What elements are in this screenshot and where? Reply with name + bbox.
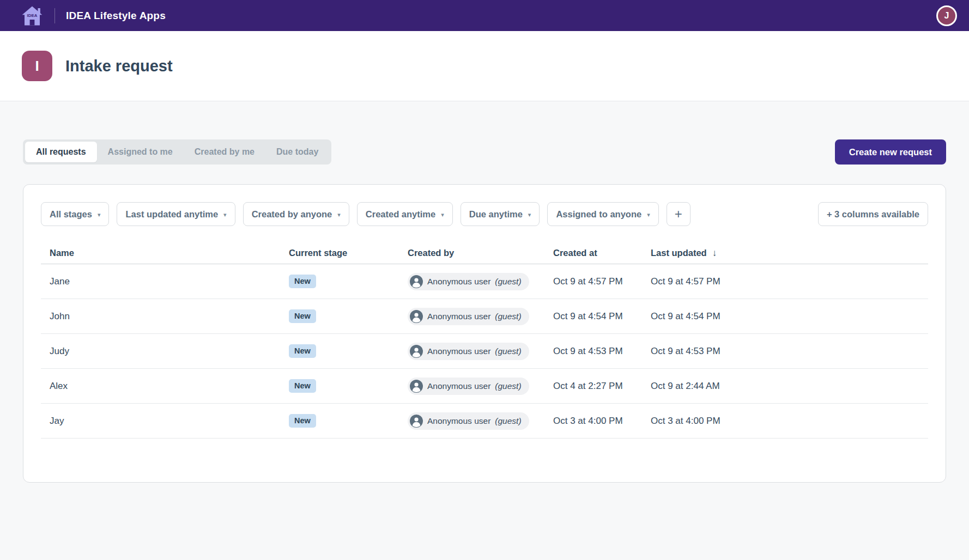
creator-name: Anonymous user <box>427 416 490 426</box>
stage-badge: New <box>289 275 316 288</box>
creator-name: Anonymous user <box>427 312 490 321</box>
cell-created-at: Oct 3 at 4:00 PM <box>544 416 642 427</box>
main-content: All requests Assigned to me Created by m… <box>0 139 969 483</box>
creator-guest-suffix: (guest) <box>495 346 521 356</box>
cell-last-updated: Oct 9 at 4:54 PM <box>642 311 928 322</box>
navbar-left-group: IDEA IDEA Lifestyle Apps <box>21 4 166 27</box>
cell-created-by: Anonymous user (guest) <box>399 378 544 395</box>
chevron-down-icon: ▾ <box>98 211 101 218</box>
table-row[interactable]: Alex New Anonymous user (guest) Oct 4 at… <box>41 369 928 404</box>
requests-card: All stages ▾ Last updated anytime ▾ Crea… <box>23 184 946 483</box>
creator-guest-suffix: (guest) <box>495 381 521 391</box>
stage-badge: New <box>289 379 316 393</box>
create-new-request-button[interactable]: Create new request <box>835 139 946 165</box>
filter-assigned-to[interactable]: Assigned to anyone ▾ <box>547 202 658 226</box>
cell-current-stage: New <box>280 309 399 323</box>
app-icon-letter: I <box>35 58 39 75</box>
cell-created-at: Oct 9 at 4:53 PM <box>544 346 642 357</box>
anonymous-user-icon <box>410 415 423 428</box>
column-header-current-stage[interactable]: Current stage <box>280 248 399 258</box>
filter-last-updated[interactable]: Last updated anytime ▾ <box>117 202 235 226</box>
top-navbar: IDEA IDEA Lifestyle Apps J <box>0 0 969 31</box>
cell-name: Judy <box>41 346 280 357</box>
app-title: IDEA Lifestyle Apps <box>66 10 166 22</box>
anonymous-user-icon <box>410 380 423 393</box>
cell-last-updated: Oct 9 at 4:53 PM <box>642 346 928 357</box>
home-logo-icon[interactable]: IDEA <box>21 4 44 27</box>
cell-current-stage: New <box>280 344 399 358</box>
creator-name: Anonymous user <box>427 277 490 287</box>
cell-last-updated: Oct 9 at 4:57 PM <box>642 276 928 287</box>
creator-pill: Anonymous user (guest) <box>408 273 529 290</box>
filter-label: Created by anyone <box>252 209 332 220</box>
view-tabs: All requests Assigned to me Created by m… <box>23 139 331 165</box>
cell-name: Jane <box>41 276 280 287</box>
creator-guest-suffix: (guest) <box>495 277 521 287</box>
creator-pill: Anonymous user (guest) <box>408 378 529 395</box>
column-header-created-at[interactable]: Created at <box>544 248 642 258</box>
stage-badge: New <box>289 309 316 323</box>
sort-descending-icon[interactable]: ↓ <box>712 248 717 259</box>
page-title: Intake request <box>65 57 173 75</box>
page-header: I Intake request <box>0 31 969 101</box>
tab-created-by-me[interactable]: Created by me <box>184 142 265 162</box>
table-row[interactable]: Jane New Anonymous user (guest) Oct 9 at… <box>41 264 928 299</box>
add-filter-button[interactable]: + <box>667 202 691 226</box>
filters-group: All stages ▾ Last updated anytime ▾ Crea… <box>41 202 691 226</box>
cell-created-by: Anonymous user (guest) <box>399 308 544 325</box>
cell-last-updated: Oct 3 at 4:00 PM <box>642 416 928 427</box>
column-header-label: Last updated <box>651 248 707 258</box>
column-header-created-by[interactable]: Created by <box>399 248 544 258</box>
creator-name: Anonymous user <box>427 346 490 356</box>
creator-pill: Anonymous user (guest) <box>408 308 529 325</box>
table-body: Jane New Anonymous user (guest) Oct 9 at… <box>41 264 928 439</box>
filter-label: All stages <box>50 209 92 220</box>
creator-guest-suffix: (guest) <box>495 312 521 321</box>
user-avatar[interactable]: J <box>936 5 957 26</box>
cell-current-stage: New <box>280 275 399 288</box>
filter-created-anytime[interactable]: Created anytime ▾ <box>357 202 453 226</box>
cell-created-by: Anonymous user (guest) <box>399 273 544 290</box>
anonymous-user-icon <box>410 345 423 358</box>
avatar-initial: J <box>944 11 949 21</box>
chevron-down-icon: ▾ <box>223 211 227 218</box>
chevron-down-icon: ▾ <box>528 211 531 218</box>
filter-label: Last updated anytime <box>125 209 218 220</box>
creator-guest-suffix: (guest) <box>495 416 521 426</box>
creator-name: Anonymous user <box>427 381 490 391</box>
chevron-down-icon: ▾ <box>647 211 650 218</box>
anonymous-user-icon <box>410 275 423 288</box>
creator-pill: Anonymous user (guest) <box>408 343 529 360</box>
column-header-last-updated[interactable]: Last updated ↓ <box>642 248 928 259</box>
intake-app-icon: I <box>22 51 52 81</box>
table-row[interactable]: John New Anonymous user (guest) Oct 9 at… <box>41 299 928 334</box>
toolbar-row: All requests Assigned to me Created by m… <box>23 139 946 165</box>
tab-due-today[interactable]: Due today <box>265 142 329 162</box>
navbar-divider <box>54 8 55 23</box>
tab-all-requests[interactable]: All requests <box>25 142 97 162</box>
cell-name: John <box>41 311 280 322</box>
cell-current-stage: New <box>280 379 399 393</box>
filter-all-stages[interactable]: All stages ▾ <box>41 202 109 226</box>
filter-label: Created anytime <box>366 209 435 220</box>
stage-badge: New <box>289 414 316 428</box>
filter-label: Assigned to anyone <box>556 209 641 220</box>
plus-icon: + <box>675 206 682 222</box>
filters-row: All stages ▾ Last updated anytime ▾ Crea… <box>41 202 928 226</box>
table-row[interactable]: Jay New Anonymous user (guest) Oct 3 at … <box>41 404 928 439</box>
creator-pill: Anonymous user (guest) <box>408 412 529 430</box>
columns-available-button[interactable]: + 3 columns available <box>818 202 928 226</box>
column-header-name[interactable]: Name <box>41 248 280 258</box>
cell-created-at: Oct 4 at 2:27 PM <box>544 381 642 392</box>
cell-created-at: Oct 9 at 4:57 PM <box>544 276 642 287</box>
cell-created-by: Anonymous user (guest) <box>399 412 544 430</box>
filter-label: Due anytime <box>469 209 523 220</box>
anonymous-user-icon <box>410 310 423 323</box>
stage-badge: New <box>289 344 316 358</box>
table-row[interactable]: Judy New Anonymous user (guest) Oct 9 at… <box>41 334 928 369</box>
cell-name: Jay <box>41 416 280 427</box>
tab-assigned-to-me[interactable]: Assigned to me <box>97 142 184 162</box>
filter-created-by[interactable]: Created by anyone ▾ <box>243 202 349 226</box>
cell-created-by: Anonymous user (guest) <box>399 343 544 360</box>
filter-due-anytime[interactable]: Due anytime ▾ <box>461 202 540 226</box>
